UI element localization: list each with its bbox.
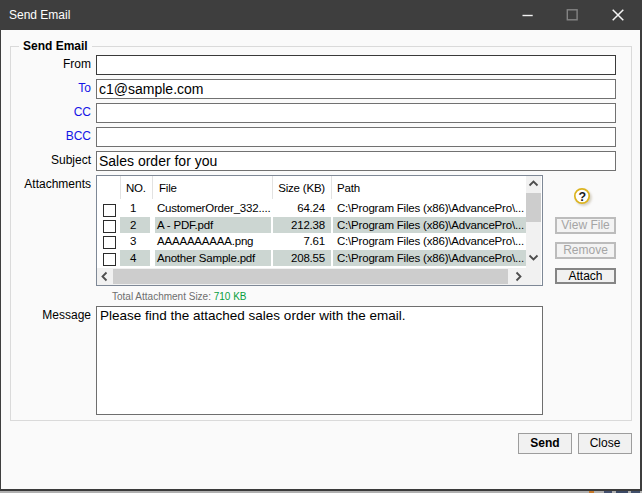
svg-text:?: ? [578, 190, 586, 204]
